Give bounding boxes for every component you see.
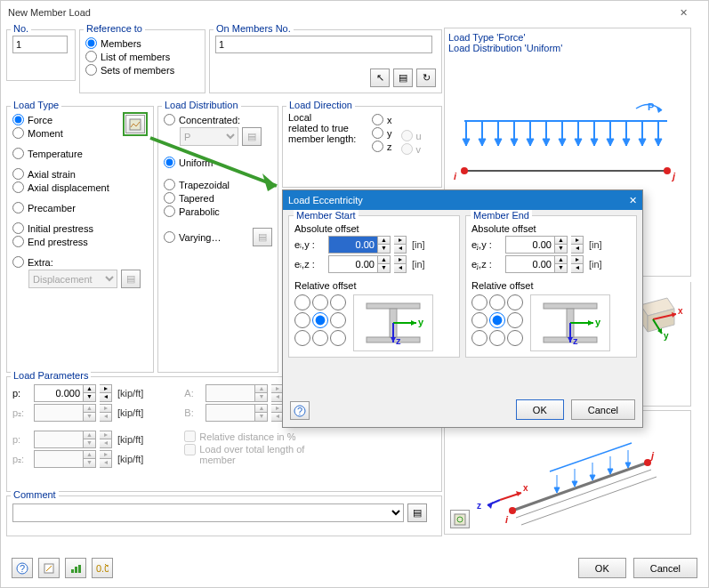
check-relative-distance: Relative distance in % (184, 431, 324, 442)
popup-ok-button[interactable]: OK (516, 399, 564, 420)
section-end-icon: y z (530, 294, 610, 351)
concentrated-info-icon: ▤ (242, 127, 262, 146)
radio-axial-strain[interactable]: Axial strain (12, 168, 148, 180)
relative-offset-end-grid[interactable] (471, 294, 523, 346)
radio-axial-displacement[interactable]: Axial displacement (12, 181, 148, 193)
concentrated-combo: P (180, 127, 238, 146)
extra-info-icon: ▤ (121, 270, 141, 288)
radio-temperature[interactable]: Temperature (12, 148, 148, 159)
ok-button[interactable]: OK (578, 558, 626, 578)
svg-marker-27 (655, 139, 662, 146)
local-label: Local related to true member length: (288, 112, 363, 157)
extra-combo: Displacement (28, 270, 117, 288)
footer-toolbar: ? 0.00 (12, 558, 113, 578)
svg-marker-25 (639, 139, 646, 146)
svg-text:x: x (523, 483, 528, 493)
radio-list-of-members[interactable]: List of members (85, 51, 199, 62)
group-comment: Comment ▤ (6, 495, 442, 536)
close-icon[interactable]: ✕ (665, 7, 701, 19)
relative-offset-start-grid[interactable] (294, 294, 346, 346)
popup-title-text: Load Eccentricity (288, 195, 363, 205)
radio-dir-z[interactable]: z (372, 141, 392, 152)
popup-help-icon[interactable]: ? (290, 401, 310, 420)
svg-text:i: i (454, 171, 457, 181)
group-member-start: Member Start Absolute offset eᵢ,y : ▲▼ ▸… (288, 215, 460, 358)
no-input[interactable] (12, 36, 68, 53)
radio-concentrated[interactable]: Concentrated: (164, 114, 272, 125)
svg-text:z: z (396, 335, 401, 346)
group-load-type: Load Type Force Moment Temperature Axial… (6, 106, 154, 373)
legend-no: No. (11, 23, 31, 34)
load-3d-preview: i j x z (444, 410, 691, 535)
radio-varying[interactable]: Varying… (164, 231, 221, 243)
param-p4-input (34, 450, 84, 468)
svg-marker-15 (559, 139, 566, 146)
radio-dir-v: v (401, 143, 422, 155)
popup-close-icon[interactable]: ✕ (629, 195, 637, 206)
group-load-dist: Load Distribution Concentrated: P ▤ Unif… (157, 106, 278, 373)
param-p1-input[interactable] (34, 384, 84, 402)
radio-end-prestress[interactable]: End prestress (12, 236, 148, 247)
radio-members[interactable]: Members (85, 37, 199, 49)
svg-marker-17 (575, 139, 582, 146)
svg-marker-53 (572, 481, 577, 487)
ejz-input[interactable] (505, 255, 555, 273)
svg-rect-90 (544, 303, 597, 309)
radio-initial-prestress[interactable]: Initial prestress (12, 222, 148, 234)
svg-point-46 (644, 459, 651, 466)
radio-dir-u: u (401, 130, 422, 141)
radio-extra[interactable]: Extra: (12, 256, 148, 268)
svg-line-60 (516, 470, 651, 518)
eiz-input[interactable] (328, 255, 378, 273)
legend-load-dist: Load Distribution (162, 100, 241, 110)
svg-marker-5 (479, 139, 486, 146)
svg-marker-3 (463, 139, 470, 146)
section-start-icon: y z (353, 294, 433, 351)
chart-icon[interactable] (65, 558, 86, 578)
svg-marker-11 (527, 139, 534, 146)
radio-sets-of-members[interactable]: Sets of members (85, 64, 199, 76)
on-members-input[interactable] (215, 36, 432, 53)
edit-icon[interactable] (38, 558, 60, 578)
svg-text:y: y (595, 317, 601, 327)
group-reference: Reference to Members List of members Set… (79, 29, 205, 93)
group-load-dir: Load Direction Local related to true mem… (282, 106, 442, 188)
group-no: No. (6, 29, 76, 81)
svg-rect-75 (75, 567, 77, 573)
radio-precamber[interactable]: Precamber (12, 202, 148, 213)
svg-marker-85 (411, 320, 416, 326)
eiy-input[interactable] (328, 236, 378, 254)
svg-text:?: ? (297, 406, 302, 416)
check-total-length: Load over total length of member (184, 444, 324, 465)
comment-combo[interactable] (12, 503, 404, 522)
preview-refresh-icon[interactable] (450, 510, 470, 528)
units-icon[interactable]: 0.00 (92, 558, 113, 578)
radio-dir-x[interactable]: x (372, 114, 392, 125)
help-icon[interactable]: ? (12, 558, 33, 578)
title-bar: New Member Load ✕ (1, 1, 708, 24)
window-title: New Member Load (8, 7, 91, 18)
list-members-icon[interactable]: ▤ (393, 68, 413, 87)
preview-line2: Load Distribution 'Uniform' (448, 43, 687, 53)
radio-tapered[interactable]: Tapered (164, 192, 272, 204)
legend-load-type: Load Type (11, 100, 61, 110)
popup-titlebar: Load Eccentricity ✕ (283, 190, 642, 210)
redo-icon[interactable]: ↻ (416, 68, 436, 87)
radio-parabolic[interactable]: Parabolic (164, 205, 272, 217)
cancel-button[interactable]: Cancel (633, 558, 697, 578)
load-type-info-icon[interactable] (125, 115, 145, 133)
pick-members-icon[interactable]: ↖ (370, 68, 390, 87)
radio-dir-y[interactable]: y (372, 127, 392, 139)
svg-text:y: y (664, 331, 669, 341)
ejy-input[interactable] (505, 236, 555, 254)
svg-marker-59 (625, 463, 631, 468)
svg-marker-94 (588, 320, 593, 326)
varying-edit-icon: ▤ (253, 228, 272, 246)
popup-cancel-button[interactable]: Cancel (571, 399, 635, 420)
radio-trapezoidal[interactable]: Trapezoidal (164, 179, 272, 190)
radio-uniform[interactable]: Uniform (164, 157, 272, 168)
param-p3-input (34, 431, 84, 448)
svg-line-44 (512, 463, 648, 511)
comment-library-icon[interactable]: ▤ (407, 503, 427, 522)
svg-point-32 (664, 167, 671, 174)
